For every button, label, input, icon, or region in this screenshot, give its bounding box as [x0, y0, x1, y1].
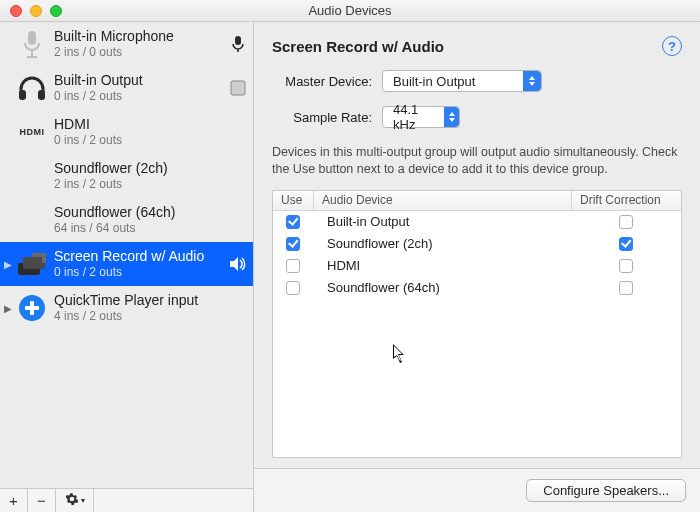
svg-rect-6: [38, 90, 45, 100]
table-row[interactable]: Soundflower (64ch): [273, 277, 681, 299]
drift-checkbox[interactable]: [619, 215, 633, 229]
drift-checkbox[interactable]: [619, 237, 633, 251]
remove-device-button[interactable]: −: [28, 489, 56, 512]
device-io: 0 ins / 2 outs: [54, 265, 227, 280]
subdevice-name: Soundflower (2ch): [313, 236, 571, 251]
subdevice-name: Built-in Output: [313, 214, 571, 229]
master-device-value: Built-in Output: [383, 74, 485, 89]
disclosure-triangle[interactable]: ▶: [2, 303, 14, 314]
device-row-builtin-mic[interactable]: Built-in Microphone 2 ins / 0 outs: [0, 22, 253, 66]
window-controls: [10, 5, 62, 17]
device-name: Soundflower (64ch): [54, 204, 227, 222]
blank-icon: [14, 202, 50, 238]
stepper-arrows-icon: [444, 107, 459, 127]
device-io: 64 ins / 64 outs: [54, 221, 227, 236]
configure-speakers-button[interactable]: Configure Speakers...: [526, 479, 686, 502]
col-use[interactable]: Use: [273, 193, 313, 207]
device-io: 2 ins / 0 outs: [54, 45, 227, 60]
detail-footer: Configure Speakers...: [254, 468, 700, 512]
device-sidebar: Built-in Microphone 2 ins / 0 outs Built…: [0, 22, 254, 512]
detail-pane: Screen Record w/ Audio ? Master Device: …: [254, 22, 700, 512]
device-list: Built-in Microphone 2 ins / 0 outs Built…: [0, 22, 253, 488]
stepper-arrows-icon: [523, 71, 541, 91]
device-name: HDMI: [54, 116, 227, 134]
window-title: Audio Devices: [0, 3, 700, 18]
aggregate-icon: [14, 290, 50, 326]
svg-rect-5: [19, 90, 26, 100]
table-row[interactable]: HDMI: [273, 255, 681, 277]
disclosure-triangle[interactable]: ▶: [2, 259, 14, 270]
svg-rect-0: [28, 31, 36, 45]
speaker-glyph: [227, 257, 249, 271]
device-name: Screen Record w/ Audio: [54, 248, 227, 266]
device-name: Built-in Microphone: [54, 28, 227, 46]
add-device-button[interactable]: +: [0, 489, 28, 512]
device-io: 4 ins / 2 outs: [54, 309, 227, 324]
device-row-hdmi[interactable]: HDMI HDMI 0 ins / 2 outs: [0, 110, 253, 154]
table-row[interactable]: Built-in Output: [273, 211, 681, 233]
sample-rate-select[interactable]: 44.1 kHz: [382, 106, 460, 128]
chevron-down-icon: ▾: [81, 496, 85, 505]
device-row-screen-record[interactable]: ▶ Screen Record w/ Audio 0 ins / 2 outs: [0, 242, 253, 286]
svg-rect-7: [231, 81, 245, 95]
device-name: QuickTime Player input: [54, 292, 227, 310]
blank-icon: [14, 158, 50, 194]
use-checkbox[interactable]: [286, 237, 300, 251]
subdevice-name: HDMI: [313, 258, 571, 273]
subdevice-table: Use Audio Device Drift Correction Built-…: [272, 190, 682, 458]
zoom-window[interactable]: [50, 5, 62, 17]
device-io: 0 ins / 2 outs: [54, 89, 227, 104]
gear-menu-button[interactable]: ▾: [56, 489, 94, 512]
svg-rect-2: [27, 56, 37, 58]
sample-rate-value: 44.1 kHz: [383, 102, 444, 132]
col-audio-device[interactable]: Audio Device: [313, 191, 571, 210]
use-checkbox[interactable]: [286, 259, 300, 273]
svg-rect-9: [23, 257, 45, 269]
master-device-select[interactable]: Built-in Output: [382, 70, 542, 92]
minimize-window[interactable]: [30, 5, 42, 17]
svg-rect-3: [235, 36, 241, 45]
drift-checkbox[interactable]: [619, 281, 633, 295]
close-window[interactable]: [10, 5, 22, 17]
device-row-quicktime-input[interactable]: ▶ QuickTime Player input 4 ins / 2 outs: [0, 286, 253, 330]
mic-icon: [14, 26, 50, 62]
svg-rect-14: [30, 301, 34, 315]
hdmi-icon: HDMI: [14, 114, 50, 150]
sidebar-footer: + − ▾: [0, 488, 253, 512]
device-io: 0 ins / 2 outs: [54, 133, 227, 148]
table-row[interactable]: Soundflower (2ch): [273, 233, 681, 255]
input-glyph: [227, 35, 249, 53]
headphones-icon: [14, 70, 50, 106]
detail-heading: Screen Record w/ Audio: [272, 38, 662, 55]
titlebar: Audio Devices: [0, 0, 700, 22]
svg-rect-1: [31, 50, 33, 56]
sample-rate-label: Sample Rate:: [272, 110, 382, 125]
audio-midi-window: Audio Devices Built-in Microphone 2 ins …: [0, 0, 700, 512]
use-checkbox[interactable]: [286, 281, 300, 295]
svg-rect-4: [237, 49, 239, 52]
svg-marker-11: [230, 257, 238, 271]
subdevice-name: Soundflower (64ch): [313, 280, 571, 295]
device-row-soundflower-64ch[interactable]: Soundflower (64ch) 64 ins / 64 outs: [0, 198, 253, 242]
device-name: Built-in Output: [54, 72, 227, 90]
hint-text: Devices in this multi-output group will …: [272, 144, 682, 178]
device-io: 2 ins / 2 outs: [54, 177, 227, 192]
use-checkbox[interactable]: [286, 215, 300, 229]
device-name: Soundflower (2ch): [54, 160, 227, 178]
multioutput-icon: [14, 246, 50, 282]
device-row-builtin-output[interactable]: Built-in Output 0 ins / 2 outs: [0, 66, 253, 110]
thru-glyph: [227, 80, 249, 96]
gear-icon: [65, 492, 79, 509]
master-device-label: Master Device:: [272, 74, 382, 89]
drift-checkbox[interactable]: [619, 259, 633, 273]
device-row-soundflower-2ch[interactable]: Soundflower (2ch) 2 ins / 2 outs: [0, 154, 253, 198]
col-drift-correction[interactable]: Drift Correction: [571, 191, 681, 210]
help-button[interactable]: ?: [662, 36, 682, 56]
